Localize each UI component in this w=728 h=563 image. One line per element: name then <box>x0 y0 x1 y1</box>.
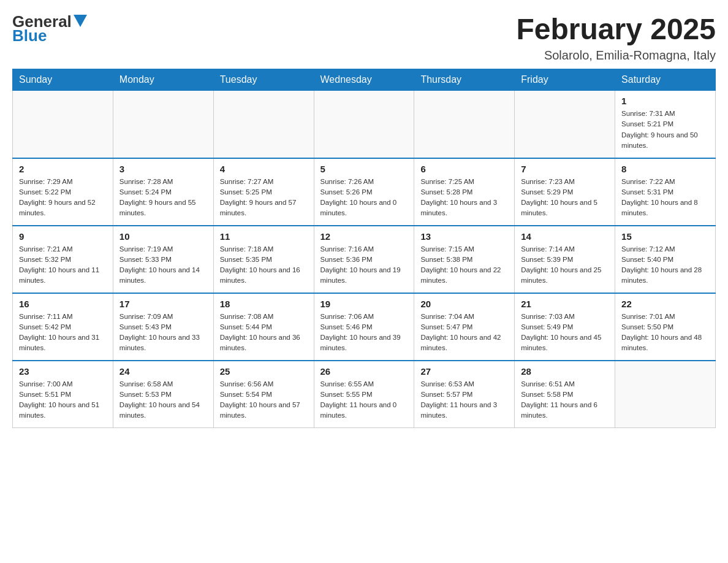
day-number: 4 <box>220 164 308 174</box>
header-saturday: Saturday <box>615 69 716 91</box>
day-number: 23 <box>19 366 107 377</box>
calendar-cell: 5Sunrise: 7:26 AMSunset: 5:26 PMDaylight… <box>314 158 414 226</box>
day-info: Sunrise: 7:31 AMSunset: 5:21 PMDaylight:… <box>621 109 709 151</box>
day-info: Sunrise: 7:09 AMSunset: 5:43 PMDaylight:… <box>119 312 207 354</box>
calendar-cell: 20Sunrise: 7:04 AMSunset: 5:47 PMDayligh… <box>414 293 515 361</box>
calendar-cell: 28Sunrise: 6:51 AMSunset: 5:58 PMDayligh… <box>515 361 615 428</box>
title-block: February 2025 Solarolo, Emilia-Romagna, … <box>516 12 716 63</box>
day-info: Sunrise: 7:12 AMSunset: 5:40 PMDaylight:… <box>621 244 709 286</box>
calendar-cell: 9Sunrise: 7:21 AMSunset: 5:32 PMDaylight… <box>13 226 113 293</box>
header-monday: Monday <box>113 69 213 91</box>
day-number: 21 <box>521 299 609 309</box>
logo-blue-text: Blue <box>12 26 47 45</box>
calendar-header-row: SundayMondayTuesdayWednesdayThursdayFrid… <box>13 69 716 91</box>
calendar-cell: 12Sunrise: 7:16 AMSunset: 5:36 PMDayligh… <box>314 226 414 293</box>
day-number: 16 <box>19 299 107 309</box>
day-number: 28 <box>521 366 609 377</box>
location-subtitle: Solarolo, Emilia-Romagna, Italy <box>516 48 716 63</box>
day-info: Sunrise: 7:27 AMSunset: 5:25 PMDaylight:… <box>220 177 308 219</box>
calendar-cell: 25Sunrise: 6:56 AMSunset: 5:54 PMDayligh… <box>213 361 314 428</box>
header-friday: Friday <box>515 69 615 91</box>
calendar-cell <box>13 91 113 158</box>
day-number: 10 <box>119 231 207 242</box>
day-number: 25 <box>220 366 308 377</box>
day-number: 7 <box>521 164 609 174</box>
calendar-cell: 14Sunrise: 7:14 AMSunset: 5:39 PMDayligh… <box>515 226 615 293</box>
day-info: Sunrise: 6:53 AMSunset: 5:57 PMDaylight:… <box>420 379 508 421</box>
day-number: 12 <box>320 231 408 242</box>
calendar-cell: 18Sunrise: 7:08 AMSunset: 5:44 PMDayligh… <box>213 293 314 361</box>
calendar-cell: 4Sunrise: 7:27 AMSunset: 5:25 PMDaylight… <box>213 158 314 226</box>
calendar-cell: 13Sunrise: 7:15 AMSunset: 5:38 PMDayligh… <box>414 226 515 293</box>
calendar-week-row: 16Sunrise: 7:11 AMSunset: 5:42 PMDayligh… <box>13 293 716 361</box>
day-info: Sunrise: 7:29 AMSunset: 5:22 PMDaylight:… <box>19 177 107 219</box>
day-number: 19 <box>320 299 408 309</box>
svg-marker-0 <box>74 15 87 27</box>
calendar-cell: 6Sunrise: 7:25 AMSunset: 5:28 PMDaylight… <box>414 158 515 226</box>
calendar-cell: 21Sunrise: 7:03 AMSunset: 5:49 PMDayligh… <box>515 293 615 361</box>
day-info: Sunrise: 6:55 AMSunset: 5:55 PMDaylight:… <box>320 379 408 421</box>
day-info: Sunrise: 7:22 AMSunset: 5:31 PMDaylight:… <box>621 177 709 219</box>
day-number: 5 <box>320 164 408 174</box>
day-info: Sunrise: 7:01 AMSunset: 5:50 PMDaylight:… <box>621 312 709 354</box>
day-number: 8 <box>621 164 709 174</box>
day-number: 15 <box>621 231 709 242</box>
day-number: 1 <box>621 96 709 106</box>
calendar-cell: 11Sunrise: 7:18 AMSunset: 5:35 PMDayligh… <box>213 226 314 293</box>
day-number: 27 <box>420 366 508 377</box>
day-number: 17 <box>119 299 207 309</box>
logo-arrow-icon <box>74 15 87 27</box>
day-info: Sunrise: 7:03 AMSunset: 5:49 PMDaylight:… <box>521 312 609 354</box>
calendar-cell: 27Sunrise: 6:53 AMSunset: 5:57 PMDayligh… <box>414 361 515 428</box>
calendar-week-row: 1Sunrise: 7:31 AMSunset: 5:21 PMDaylight… <box>13 91 716 158</box>
calendar-table: SundayMondayTuesdayWednesdayThursdayFrid… <box>12 69 716 428</box>
calendar-cell: 17Sunrise: 7:09 AMSunset: 5:43 PMDayligh… <box>113 293 213 361</box>
day-info: Sunrise: 7:19 AMSunset: 5:33 PMDaylight:… <box>119 244 207 286</box>
calendar-week-row: 23Sunrise: 7:00 AMSunset: 5:51 PMDayligh… <box>13 361 716 428</box>
day-number: 3 <box>119 164 207 174</box>
calendar-cell: 15Sunrise: 7:12 AMSunset: 5:40 PMDayligh… <box>615 226 716 293</box>
day-info: Sunrise: 7:14 AMSunset: 5:39 PMDaylight:… <box>521 244 609 286</box>
day-info: Sunrise: 7:00 AMSunset: 5:51 PMDaylight:… <box>19 379 107 421</box>
calendar-cell <box>615 361 716 428</box>
day-info: Sunrise: 7:25 AMSunset: 5:28 PMDaylight:… <box>420 177 508 219</box>
calendar-cell: 23Sunrise: 7:00 AMSunset: 5:51 PMDayligh… <box>13 361 113 428</box>
day-number: 6 <box>420 164 508 174</box>
calendar-cell: 3Sunrise: 7:28 AMSunset: 5:24 PMDaylight… <box>113 158 213 226</box>
month-year-title: February 2025 <box>516 12 716 46</box>
header-sunday: Sunday <box>13 69 113 91</box>
day-info: Sunrise: 6:51 AMSunset: 5:58 PMDaylight:… <box>521 379 609 421</box>
calendar-week-row: 9Sunrise: 7:21 AMSunset: 5:32 PMDaylight… <box>13 226 716 293</box>
day-info: Sunrise: 7:04 AMSunset: 5:47 PMDaylight:… <box>420 312 508 354</box>
day-number: 14 <box>521 231 609 242</box>
day-info: Sunrise: 7:21 AMSunset: 5:32 PMDaylight:… <box>19 244 107 286</box>
calendar-cell: 16Sunrise: 7:11 AMSunset: 5:42 PMDayligh… <box>13 293 113 361</box>
day-info: Sunrise: 7:06 AMSunset: 5:46 PMDaylight:… <box>320 312 408 354</box>
day-number: 18 <box>220 299 308 309</box>
calendar-cell: 22Sunrise: 7:01 AMSunset: 5:50 PMDayligh… <box>615 293 716 361</box>
calendar-cell: 1Sunrise: 7:31 AMSunset: 5:21 PMDaylight… <box>615 91 716 158</box>
day-info: Sunrise: 7:16 AMSunset: 5:36 PMDaylight:… <box>320 244 408 286</box>
day-info: Sunrise: 7:18 AMSunset: 5:35 PMDaylight:… <box>220 244 308 286</box>
calendar-cell <box>414 91 515 158</box>
calendar-cell: 19Sunrise: 7:06 AMSunset: 5:46 PMDayligh… <box>314 293 414 361</box>
day-number: 26 <box>320 366 408 377</box>
day-number: 20 <box>420 299 508 309</box>
header-thursday: Thursday <box>414 69 515 91</box>
calendar-cell <box>113 91 213 158</box>
day-number: 11 <box>220 231 308 242</box>
calendar-cell: 7Sunrise: 7:23 AMSunset: 5:29 PMDaylight… <box>515 158 615 226</box>
header-tuesday: Tuesday <box>213 69 314 91</box>
day-info: Sunrise: 7:28 AMSunset: 5:24 PMDaylight:… <box>119 177 207 219</box>
day-info: Sunrise: 6:56 AMSunset: 5:54 PMDaylight:… <box>220 379 308 421</box>
day-number: 2 <box>19 164 107 174</box>
day-info: Sunrise: 7:08 AMSunset: 5:44 PMDaylight:… <box>220 312 308 354</box>
logo: General Blue <box>12 12 87 45</box>
day-info: Sunrise: 7:23 AMSunset: 5:29 PMDaylight:… <box>521 177 609 219</box>
day-number: 24 <box>119 366 207 377</box>
calendar-cell <box>213 91 314 158</box>
day-info: Sunrise: 7:11 AMSunset: 5:42 PMDaylight:… <box>19 312 107 354</box>
calendar-cell: 26Sunrise: 6:55 AMSunset: 5:55 PMDayligh… <box>314 361 414 428</box>
header-wednesday: Wednesday <box>314 69 414 91</box>
calendar-cell <box>314 91 414 158</box>
